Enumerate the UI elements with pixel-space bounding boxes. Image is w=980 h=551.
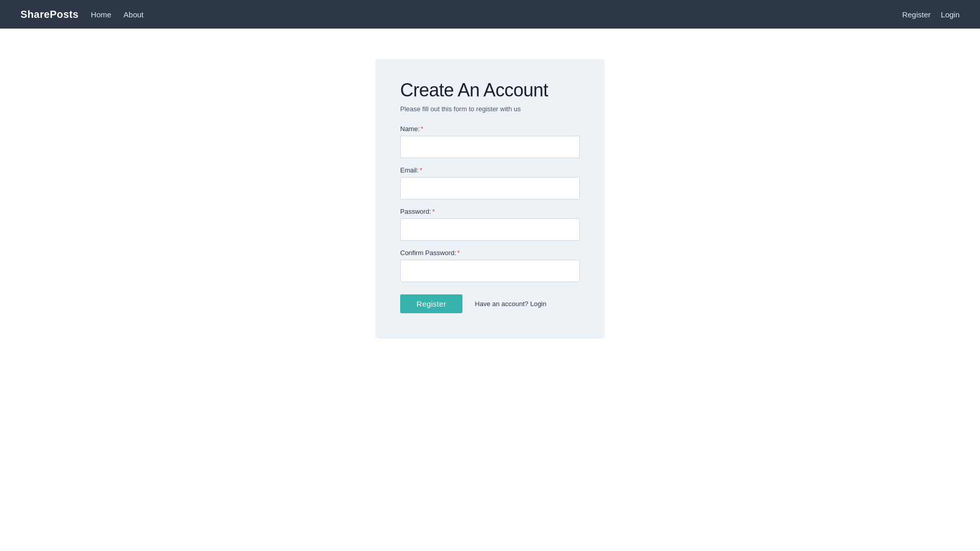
nav-register-link[interactable]: Register xyxy=(902,10,930,19)
register-form: Name:* Email:* Password:* xyxy=(400,125,580,313)
email-label: Email:* xyxy=(400,166,580,174)
email-field-group: Email:* xyxy=(400,166,580,199)
home-nav-link[interactable]: Home xyxy=(91,10,111,19)
nav-left: SharePosts Home About xyxy=(20,9,143,20)
email-input[interactable] xyxy=(400,177,580,199)
login-link[interactable]: Have an account? Login xyxy=(475,300,546,308)
email-required-star: * xyxy=(420,166,422,174)
form-title: Create An Account xyxy=(400,80,580,101)
password-label: Password:* xyxy=(400,208,580,215)
form-subtitle: Please fill out this form to register wi… xyxy=(400,105,580,113)
register-button[interactable]: Register xyxy=(400,294,462,313)
brand-link[interactable]: SharePosts xyxy=(20,9,79,20)
confirm-password-label: Confirm Password:* xyxy=(400,249,580,257)
name-required-star: * xyxy=(421,125,423,133)
password-field-group: Password:* xyxy=(400,208,580,241)
about-nav-link[interactable]: About xyxy=(124,10,143,19)
nav-login-link[interactable]: Login xyxy=(941,10,960,19)
name-input[interactable] xyxy=(400,136,580,158)
form-actions: Register Have an account? Login xyxy=(400,294,580,313)
password-required-star: * xyxy=(432,208,435,215)
password-input[interactable] xyxy=(400,218,580,241)
nav-right: Register Login xyxy=(902,10,960,19)
confirm-password-field-group: Confirm Password:* xyxy=(400,249,580,282)
navbar: SharePosts Home About Register Login xyxy=(0,0,980,29)
name-field-group: Name:* xyxy=(400,125,580,158)
page-content: Create An Account Please fill out this f… xyxy=(0,29,980,551)
confirm-password-required-star: * xyxy=(457,249,460,257)
name-label: Name:* xyxy=(400,125,580,133)
register-form-card: Create An Account Please fill out this f… xyxy=(376,59,604,338)
confirm-password-input[interactable] xyxy=(400,260,580,282)
